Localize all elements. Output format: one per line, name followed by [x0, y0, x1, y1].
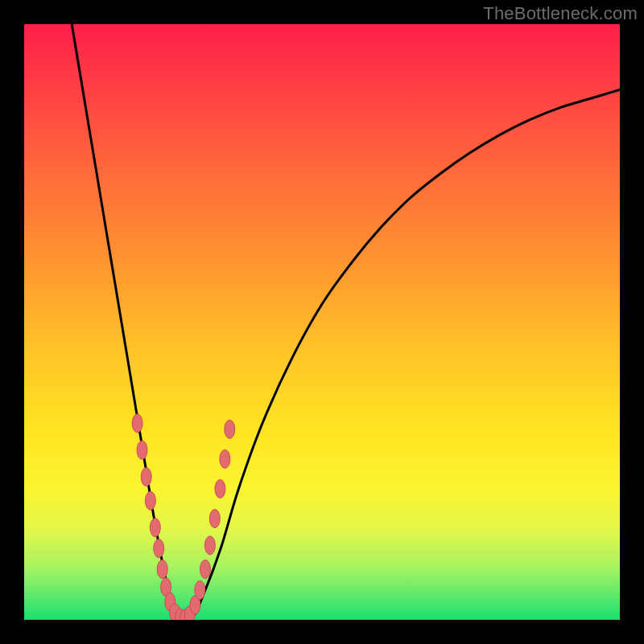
marker-point — [150, 518, 160, 537]
marker-point — [154, 539, 164, 558]
marker-group — [132, 414, 235, 620]
curve-svg — [24, 24, 620, 620]
marker-point — [157, 560, 167, 579]
plot-area — [24, 24, 620, 620]
watermark-text: TheBottleneck.com — [483, 3, 638, 24]
marker-point — [215, 480, 225, 498]
marker-point — [209, 510, 220, 528]
chart-frame: TheBottleneck.com — [0, 0, 644, 644]
marker-point — [220, 450, 230, 469]
marker-point — [225, 420, 235, 439]
marker-point — [132, 414, 142, 432]
marker-point — [145, 492, 155, 510]
marker-point — [137, 441, 147, 460]
marker-point — [204, 536, 215, 555]
marker-point — [200, 560, 210, 579]
marker-point — [141, 468, 151, 486]
marker-point — [195, 581, 205, 600]
